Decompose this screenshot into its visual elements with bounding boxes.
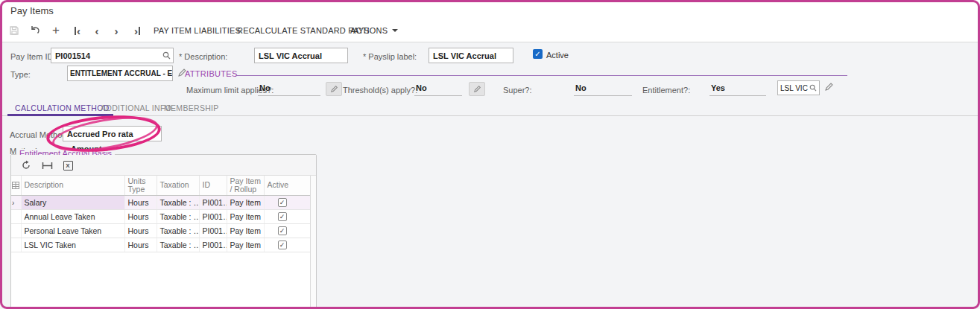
active-checkbox-label: Active: [546, 51, 569, 60]
pencil-icon: [330, 85, 338, 93]
selected-row-indicator: ›: [12, 199, 14, 207]
save-button[interactable]: [7, 22, 21, 39]
accrual-basis-table: Description Units Type Taxation ID Pay I…: [11, 176, 311, 252]
column-header-id[interactable]: ID: [199, 176, 227, 195]
pay-item-liabilities-button[interactable]: PAY ITEM LIABILITIES: [154, 22, 241, 39]
column-header-active[interactable]: Active: [264, 176, 310, 195]
thresholds-label: Threshold(s) apply?:: [343, 86, 417, 95]
row-active-checkbox[interactable]: ✓: [278, 240, 287, 249]
super-label: Super?:: [503, 86, 532, 95]
payslip-label-input[interactable]: LSL VIC Accrual: [429, 48, 513, 63]
row-active-checkbox[interactable]: ✓: [278, 212, 287, 221]
grid-toolbar: X: [11, 155, 316, 176]
next-record-button[interactable]: ›: [110, 22, 122, 39]
row-settings-icon[interactable]: [11, 176, 21, 195]
export-to-excel-button[interactable]: X: [62, 159, 74, 171]
entitlement-item-lookup[interactable]: LSL VIC - LS: [777, 80, 820, 95]
entitlement-label: Entitlement?:: [642, 86, 690, 95]
active-checkbox[interactable]: ✓: [533, 49, 543, 59]
previous-record-button[interactable]: ‹: [91, 22, 103, 39]
fit-width-icon: [42, 161, 53, 171]
lookup-icon[interactable]: [162, 51, 171, 60]
plus-icon: +: [52, 23, 60, 38]
save-icon: [9, 25, 19, 36]
tab-bar: CALCULATION METHOD ADDITIONAL INFO MEMBE…: [0, 99, 980, 116]
last-record-icon: ›: [134, 27, 138, 35]
table-row[interactable]: › Salary Hours Taxable : … PI001… Pay It…: [11, 195, 310, 209]
header: Pay Items + ‹ ‹ › › PAY ITEM LIABILITIES…: [0, 0, 980, 42]
table-header-row: Description Units Type Taxation ID Pay I…: [11, 176, 310, 195]
description-input[interactable]: LSL VIC Accrual: [254, 48, 348, 63]
undo-icon: [30, 25, 41, 36]
maximum-limit-value[interactable]: No: [258, 81, 320, 96]
table-row[interactable]: Annual Leave Taken Hours Taxable : … PI0…: [11, 209, 310, 223]
table-row[interactable]: LSL VIC Taken Hours Taxable : … PI001… P…: [11, 238, 310, 252]
lookup-icon[interactable]: [809, 84, 817, 92]
column-header-pay-item-rollup[interactable]: Pay Item / Rollup: [227, 176, 264, 195]
entitlement-item-edit-pencil-icon[interactable]: [824, 82, 834, 92]
chevron-down-icon: [392, 29, 398, 32]
pay-item-id-input[interactable]: PI001514: [51, 48, 174, 63]
add-record-button[interactable]: +: [49, 22, 63, 39]
type-input[interactable]: ENTITLEMENT ACCRUAL - Enti: [67, 66, 173, 81]
description-label: * Description:: [179, 52, 227, 61]
row-active-checkbox[interactable]: ✓: [278, 226, 287, 235]
previous-record-icon: ‹: [95, 27, 99, 35]
thresholds-value[interactable]: No: [414, 81, 462, 96]
type-label: Type:: [10, 70, 31, 79]
undo-button[interactable]: [28, 22, 42, 39]
entitlement-accrual-basis-panel: Entitlement Accrual Basis X: [10, 154, 317, 308]
column-header-taxation[interactable]: Taxation: [157, 176, 199, 195]
refresh-icon: [21, 160, 31, 171]
table-row[interactable]: Personal Leave Taken Hours Taxable : … P…: [11, 223, 310, 238]
fit-to-screen-button[interactable]: [41, 159, 53, 171]
next-record-icon: ›: [115, 27, 118, 35]
row-active-checkbox[interactable]: ✓: [278, 198, 287, 207]
super-value: No: [574, 81, 632, 96]
entitlement-value: Yes: [709, 81, 766, 96]
attributes-section-title: ATTRIBUTES: [185, 69, 238, 78]
pay-items-screen: Pay Items + ‹ ‹ › › PAY ITEM LIABILITIES…: [0, 0, 980, 309]
first-record-icon: [75, 27, 76, 35]
page-title: Pay Items: [10, 5, 54, 16]
pencil-icon: [473, 85, 481, 93]
first-record-button[interactable]: ‹: [70, 22, 85, 39]
grid-scrollbar[interactable]: [310, 176, 316, 308]
tab-membership[interactable]: MEMBERSHIP: [164, 99, 219, 116]
maximum-limit-edit-button[interactable]: [326, 82, 342, 96]
actions-menu-button[interactable]: ACTIONS: [350, 22, 398, 39]
column-header-description[interactable]: Description: [21, 176, 124, 195]
excel-export-icon: X: [63, 161, 73, 171]
refresh-button[interactable]: [20, 159, 32, 171]
thresholds-edit-button[interactable]: [469, 82, 485, 96]
column-header-units-type[interactable]: Units Type: [124, 176, 157, 195]
attributes-section-divider: [236, 75, 847, 76]
active-tab-underline: [7, 114, 113, 116]
last-record-button[interactable]: ›: [130, 22, 145, 39]
payslip-label-label: * Payslip label:: [363, 52, 417, 61]
pay-item-id-label: Pay Item ID:: [10, 52, 56, 61]
